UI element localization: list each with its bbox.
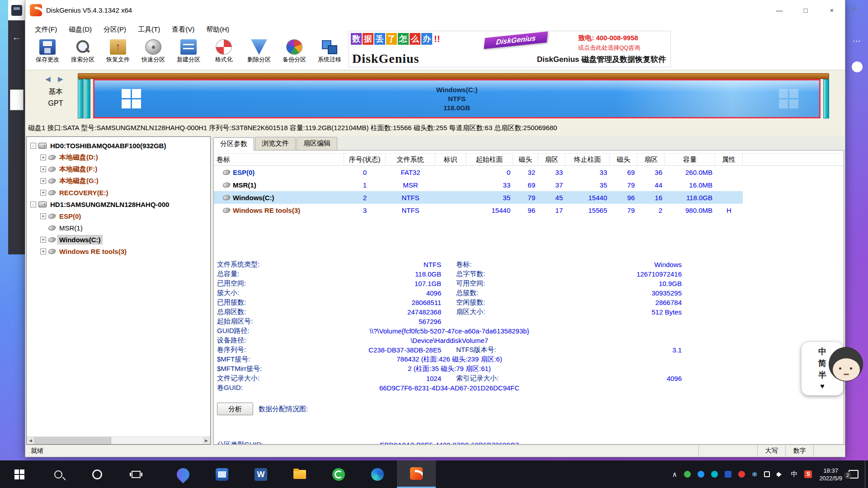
tab-sector-edit[interactable]: 扇区编辑	[297, 137, 337, 150]
start-button[interactable]	[0, 460, 39, 488]
toolbar-recover-files[interactable]: 恢复文件	[100, 38, 136, 64]
scrollbar-thumb[interactable]	[34, 437, 111, 444]
tab-browse-files[interactable]: 浏览文件	[255, 137, 296, 150]
partition-row[interactable]: ESP(0)0FAT3203233336936260.0MB	[214, 166, 743, 178]
partition-segment-msr[interactable]	[85, 79, 90, 118]
ime-mode-indicator[interactable]: 中	[791, 470, 797, 479]
tree-item[interactable]: +RECOVERY(E:)	[27, 187, 210, 198]
task-view-button[interactable]	[117, 460, 156, 488]
ad-qq-link[interactable]: 或点击此处选择QQ咨询	[578, 44, 668, 52]
toolbar-save[interactable]: 保存更改	[30, 38, 65, 64]
cortana-button[interactable]	[78, 460, 117, 488]
expand-icon[interactable]: +	[40, 237, 46, 243]
expand-icon[interactable]: +	[40, 190, 46, 196]
partition-segment-esp[interactable]	[78, 79, 84, 118]
plug-icon[interactable]	[764, 471, 770, 477]
action-center-button[interactable]: 2	[849, 470, 859, 479]
nav-back-icon[interactable]: ◀	[45, 75, 53, 83]
column-header[interactable]: 磁头	[513, 154, 538, 165]
show-desktop-button[interactable]	[865, 460, 868, 488]
tree-item[interactable]: +本地磁盘(G:)	[27, 175, 210, 187]
menu-item[interactable]: 工具(T)	[132, 23, 166, 36]
tray-messenger-icon[interactable]	[725, 471, 731, 478]
partition-row[interactable]: Windows(C:)2NTFS357945154409616118.0GB	[214, 191, 743, 204]
tab-partition-params[interactable]: 分区参数	[213, 137, 254, 150]
toolbar-format[interactable]: 格式化	[206, 38, 241, 64]
partition-row[interactable]: MSR(1)1MSR33693735794416.0MB	[214, 178, 743, 191]
tree-item[interactable]: +本地磁盘(D:)	[27, 151, 210, 163]
column-header[interactable]: 起始柱面	[466, 154, 513, 165]
taskbar-clock[interactable]: 18:37 2022/5/9	[819, 467, 842, 482]
tree-item[interactable]: -HD1:SAMSUNGMZNLN128HAHQ-000	[27, 198, 210, 210]
ime-mascot[interactable]	[829, 347, 863, 381]
close-button[interactable]: ×	[819, 0, 845, 20]
column-header[interactable]: 磁头	[610, 154, 637, 165]
hidden-icons-icon[interactable]: ∧	[672, 470, 677, 479]
taskbar-app-word[interactable]	[241, 460, 280, 488]
maximize-button[interactable]: □	[793, 0, 819, 20]
taskbar-app-diskgenius-taskbar[interactable]	[397, 460, 436, 488]
toolbar-search-partition[interactable]: 搜索分区	[65, 38, 100, 64]
expand-icon[interactable]: +	[40, 155, 46, 160]
tray-blue-app-icon[interactable]	[698, 471, 704, 478]
tree-horizontal-scrollbar[interactable]: ◀ ▶	[27, 436, 210, 444]
column-header[interactable]: 标识	[435, 154, 466, 165]
tree-item[interactable]: -HD0:TOSHIBAMQ04ABF100(932GB)	[27, 140, 210, 151]
tree-item[interactable]: MSR(1)	[27, 222, 210, 234]
analyze-button[interactable]: 分析	[217, 403, 253, 415]
background-more-icon[interactable]: ⋯	[853, 36, 861, 46]
toolbar-new-partition[interactable]: 新建分区	[171, 38, 206, 64]
toolbar-delete-partition[interactable]: 删除分区	[241, 38, 277, 64]
tree-item[interactable]: +本地磁盘(F:)	[27, 163, 210, 175]
nav-forward-icon[interactable]: ▶	[58, 75, 66, 83]
minimize-button[interactable]: —	[766, 0, 793, 20]
tree-item[interactable]: +Windows(C:)	[27, 234, 210, 245]
taskbar-app-green-browser[interactable]	[319, 460, 358, 488]
menu-item[interactable]: 查看(V)	[166, 23, 200, 36]
taskbar-app-mail-app[interactable]	[203, 460, 241, 488]
toolbar-backup-partition[interactable]: 备份分区	[277, 38, 312, 64]
tray-green-app-icon[interactable]	[684, 471, 691, 478]
tray-teal-app-icon[interactable]	[711, 471, 718, 478]
partition-row[interactable]: Windows RE tools(3)3NTFS1544096171556579…	[214, 204, 743, 216]
partition-segment-windows-c[interactable]: Windows(C:) NTFS 118.0GB	[93, 79, 821, 118]
menu-item[interactable]: 磁盘(D)	[63, 23, 98, 36]
menu-item[interactable]: 文件(F)	[29, 23, 63, 36]
expand-icon[interactable]: +	[40, 213, 46, 219]
column-header[interactable]: 终止柱面	[566, 154, 610, 165]
toolbar-quick-partition[interactable]: 快速分区	[136, 38, 171, 64]
ad-banner[interactable]: 数据丢了怎么办!! DiskGenius DiskGenius 致电: 400-…	[348, 31, 671, 67]
column-header[interactable]: 属性	[715, 154, 743, 165]
collapse-icon[interactable]: -	[30, 143, 36, 149]
column-header[interactable]: 文件系统	[386, 154, 435, 165]
tree-item[interactable]: +ESP(0)	[27, 210, 210, 222]
scroll-right-icon[interactable]: ▶	[203, 437, 210, 444]
toolbar-system-migrate[interactable]: 系统迁移	[312, 38, 347, 64]
taskbar-search-button[interactable]	[39, 460, 78, 488]
scroll-left-icon[interactable]: ◀	[27, 437, 34, 444]
partition-segment-re-tools[interactable]	[823, 79, 829, 118]
expand-icon[interactable]: +	[40, 178, 46, 184]
tray-red-app-icon[interactable]	[738, 471, 745, 478]
taskbar-app-flame-app[interactable]	[164, 460, 203, 488]
column-header[interactable]: 扇区	[637, 154, 665, 165]
tree-item[interactable]: +Windows RE tools(3)	[27, 245, 210, 257]
column-header[interactable]: 扇区	[538, 154, 566, 165]
back-arrow-icon[interactable]: ←	[8, 32, 25, 42]
taskbar-app-file-explorer[interactable]	[280, 460, 319, 488]
taskbar-app-edge[interactable]	[358, 460, 397, 488]
background-close-icon[interactable]: ×	[852, 5, 857, 14]
expand-icon[interactable]: +	[40, 249, 46, 254]
taskbar: ∧❄中S 18:37 2022/5/9 2	[0, 460, 868, 488]
column-header[interactable]: 序号(状态)	[344, 154, 386, 165]
snowflake-icon[interactable]: ❄	[752, 470, 758, 479]
sogou-icon[interactable]: S	[804, 470, 812, 478]
menu-item[interactable]: 帮助(H)	[200, 23, 235, 36]
toolbar-button-label: 保存更改	[36, 56, 59, 64]
collapse-icon[interactable]: -	[30, 202, 36, 207]
menu-item[interactable]: 分区(P)	[98, 23, 132, 36]
expand-icon[interactable]: +	[40, 166, 46, 172]
column-header[interactable]: 容量	[665, 154, 715, 165]
column-header[interactable]: 卷标	[214, 154, 344, 165]
volume-icon[interactable]	[777, 471, 784, 478]
